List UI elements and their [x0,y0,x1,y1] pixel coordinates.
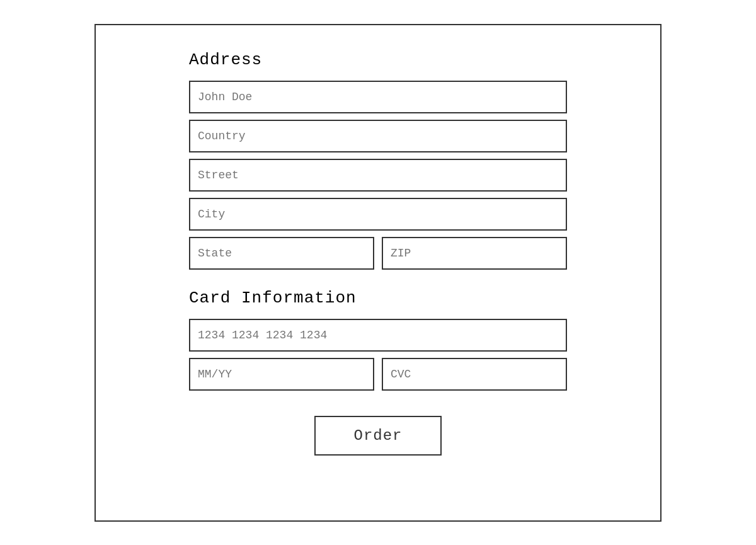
card-section: Card Information [189,289,567,391]
state-input[interactable] [189,237,374,270]
card-number-input[interactable] [189,319,567,352]
street-input[interactable] [189,159,567,192]
street-group [189,159,567,192]
country-group [189,120,567,152]
expiry-cvc-row [189,358,567,391]
zip-input[interactable] [382,237,567,270]
outer-box: Address Card Information [94,24,662,522]
city-input[interactable] [189,198,567,231]
name-input[interactable] [189,81,567,113]
order-button[interactable]: Order [314,416,441,456]
name-group [189,81,567,113]
page-container: Address Card Information [0,0,756,545]
expiry-input[interactable] [189,358,374,391]
country-input[interactable] [189,120,567,152]
form-container: Address Card Information [189,50,567,456]
state-zip-row [189,237,567,270]
city-group [189,198,567,231]
address-title: Address [189,50,567,69]
card-number-group [189,319,567,352]
order-btn-container: Order [189,416,567,456]
card-title: Card Information [189,289,567,307]
cvc-input[interactable] [382,358,567,391]
